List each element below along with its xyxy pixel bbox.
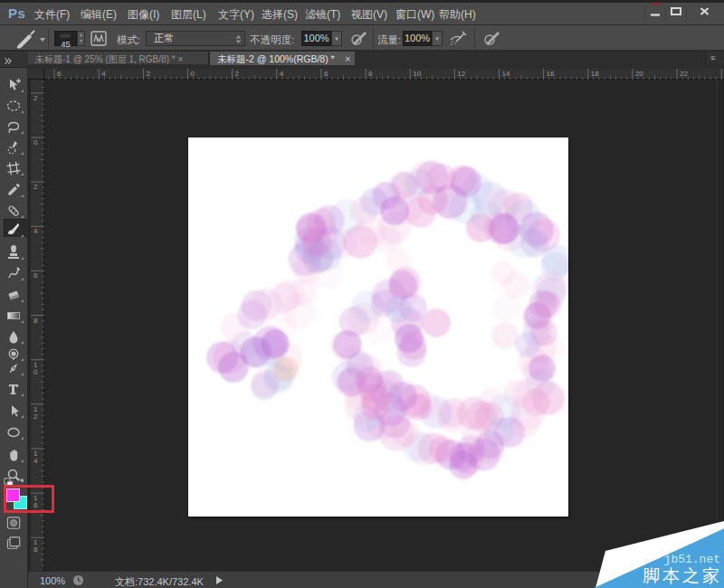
- svg-text:12: 12: [457, 70, 465, 78]
- svg-text:10: 10: [413, 70, 421, 78]
- svg-text:6: 6: [324, 70, 329, 78]
- svg-text:14: 14: [502, 70, 510, 78]
- svg-text:2: 2: [146, 70, 150, 78]
- svg-text:脚本之家: 脚本之家: [643, 566, 722, 585]
- svg-text:22: 22: [680, 70, 688, 78]
- svg-text:8: 8: [33, 317, 38, 325]
- svg-text:4: 4: [33, 457, 38, 465]
- svg-text:0: 0: [33, 368, 38, 376]
- svg-text:2: 2: [235, 70, 240, 78]
- svg-text:0: 0: [33, 138, 38, 147]
- svg-text:2: 2: [33, 94, 38, 102]
- svg-text:8: 8: [33, 545, 38, 554]
- svg-text:2: 2: [33, 413, 38, 421]
- svg-text:4: 4: [33, 227, 38, 235]
- svg-text:jb51.net: jb51.net: [664, 553, 720, 566]
- svg-text:4: 4: [101, 70, 106, 78]
- svg-text:6: 6: [33, 271, 38, 280]
- svg-text:4: 4: [280, 70, 284, 78]
- svg-text:16: 16: [547, 70, 555, 78]
- svg-text:0: 0: [191, 70, 195, 78]
- svg-text:8: 8: [368, 70, 373, 78]
- svg-text:6: 6: [57, 70, 62, 78]
- svg-text:20: 20: [635, 70, 643, 78]
- svg-text:2: 2: [33, 183, 38, 191]
- svg-text:18: 18: [591, 70, 599, 78]
